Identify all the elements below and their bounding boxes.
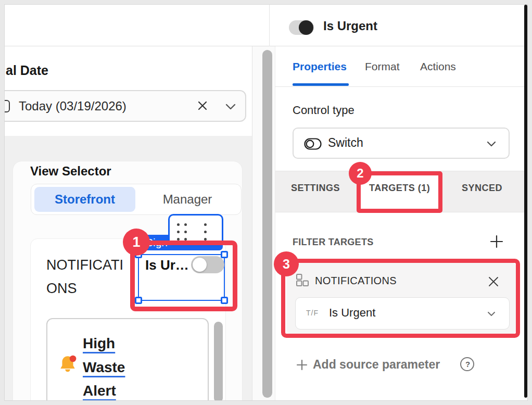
date-picker-input[interactable]: Today (03/19/2026) (5, 90, 246, 122)
drag-handle-icon[interactable] (177, 223, 187, 241)
annotation-badge-2: 2 (349, 162, 372, 185)
component-title: Is Urgent (323, 19, 377, 33)
annotation-badge-1: 1 (123, 229, 150, 256)
tab-properties[interactable]: Properties (293, 60, 347, 73)
filter-targets-label: FILTER TARGETS (293, 237, 374, 248)
annotation-box-3 (281, 259, 520, 338)
subtab-synced[interactable]: SYNCED (462, 183, 502, 194)
calendar-icon (5, 100, 10, 112)
switch-label: Is Ur… (145, 257, 189, 273)
segment-manager[interactable]: Manager (135, 187, 239, 212)
divider (275, 86, 528, 87)
switch-icon (304, 138, 322, 150)
add-source-parameter-button[interactable]: Add source parameter (313, 358, 440, 372)
date-field-label: al Date (6, 63, 48, 78)
window-scrollbar-thumb[interactable] (524, 5, 527, 398)
canvas-switch-knob (193, 258, 207, 272)
segment-storefront[interactable]: Storefront (34, 187, 135, 212)
chevron-down-icon[interactable] (225, 104, 236, 110)
inspector-panel: Properties Format Actions Control type S… (275, 46, 528, 401)
header-toggle-knob (299, 20, 313, 35)
selected-switch-component[interactable]: Is Ur… (138, 254, 225, 301)
app-canvas[interactable]: al Date Today (03/19/2026) View Selector… (5, 46, 252, 401)
app-window: Is Urgent al Date Today (03/19/2026) Vie… (4, 4, 528, 401)
resize-handle[interactable] (135, 297, 142, 304)
notification-list-item[interactable]: High Waste Alert (46, 318, 209, 401)
canvas-scrollbar-thumb[interactable] (262, 50, 272, 398)
view-selector-segmented[interactable]: Storefront Manager (31, 184, 242, 215)
active-tab-underline (293, 83, 349, 86)
view-selector-label: View Selector (30, 164, 111, 179)
date-value: Today (03/19/2026) (19, 99, 126, 113)
tab-format[interactable]: Format (365, 60, 400, 73)
control-type-value: Switch (328, 136, 363, 150)
tab-actions[interactable]: Actions (420, 60, 456, 73)
header-toggle[interactable] (289, 20, 314, 35)
kebab-menu-icon[interactable] (204, 223, 207, 241)
resize-handle[interactable] (221, 251, 228, 258)
subtab-targets[interactable]: TARGETS (1) (369, 183, 430, 194)
subtab-settings[interactable]: SETTINGS (291, 183, 340, 194)
chevron-down-icon (487, 141, 496, 147)
notifications-card-title: NOTIFICATIONS (46, 254, 128, 300)
add-source-icon[interactable] (296, 359, 308, 371)
annotation-badge-3: 3 (274, 251, 299, 276)
top-bar-divider (269, 5, 270, 46)
resize-handle[interactable] (221, 297, 228, 304)
canvas-switch[interactable] (191, 256, 224, 273)
control-type-select[interactable]: Switch (293, 128, 510, 159)
clear-date-icon[interactable] (197, 100, 208, 111)
add-target-icon[interactable] (490, 235, 503, 248)
help-icon[interactable] (460, 357, 474, 371)
list-scrollbar-thumb[interactable] (214, 322, 223, 401)
notification-link[interactable]: High Waste Alert (83, 332, 140, 401)
top-bar (5, 5, 528, 46)
control-type-label: Control type (293, 104, 354, 117)
bell-icon (58, 353, 78, 373)
canvas-scrollbar[interactable] (252, 46, 275, 401)
